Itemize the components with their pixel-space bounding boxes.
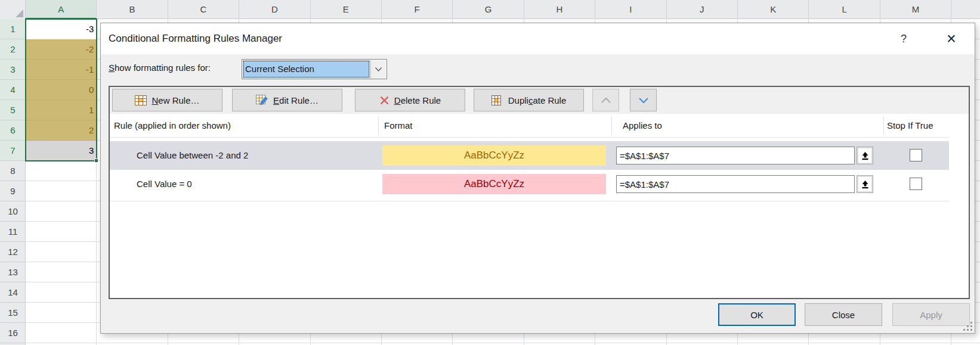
stop-if-true-checkbox[interactable] — [910, 149, 922, 161]
chevron-down-icon — [638, 97, 649, 104]
row-header-1[interactable]: 1 — [0, 19, 26, 39]
row-separator — [110, 201, 949, 201]
row-header-16[interactable]: 16 — [0, 323, 26, 343]
rule-list-header: Rule (applied in order shown) Format App… — [110, 114, 949, 138]
row-header-2[interactable]: 2 — [0, 39, 26, 60]
ok-button[interactable]: OK — [718, 303, 796, 326]
row-header-15[interactable]: 15 — [0, 303, 26, 323]
column-divider — [378, 117, 379, 135]
chevron-down-icon[interactable] — [370, 60, 386, 78]
column-header-B[interactable]: B — [97, 0, 168, 19]
dropdown-selected-value: Current Selection — [243, 60, 370, 78]
row-header-6[interactable]: 6 — [0, 120, 26, 141]
rule-description: Cell Value = 0 — [137, 170, 192, 198]
applies-to-input[interactable] — [616, 175, 855, 193]
range-select-arrow-icon — [861, 151, 869, 160]
row-header-10[interactable]: 10 — [0, 201, 26, 222]
table-icon — [491, 95, 503, 105]
show-rules-for-dropdown[interactable]: Current Selection — [242, 59, 387, 79]
dialog-title: Conditional Formatting Rules Manager — [109, 23, 282, 54]
fill-handle[interactable] — [94, 158, 98, 163]
range-select-arrow-icon — [861, 180, 869, 189]
delete-x-icon — [379, 95, 389, 105]
rule-list: Rule (applied in order shown) Format App… — [110, 114, 969, 298]
col-header-format: Format — [384, 114, 413, 138]
column-header-F[interactable]: F — [382, 0, 453, 19]
apply-button: Apply — [892, 303, 970, 326]
table-icon — [135, 95, 147, 105]
row-header-14[interactable]: 14 — [0, 282, 26, 303]
column-header-D[interactable]: D — [239, 0, 310, 19]
column-header-M[interactable]: M — [880, 0, 951, 19]
chevron-up-icon — [601, 97, 611, 104]
rule-description: Cell Value between -2 and 2 — [137, 141, 248, 170]
duplicate-rule-button[interactable]: Duplicate Rule — [474, 89, 584, 111]
collapse-dialog-button[interactable] — [857, 147, 873, 164]
rule-row-2[interactable]: Cell Value = 0 AaBbCcYyZz — [110, 170, 949, 198]
conditional-formatting-rules-manager-dialog: Conditional Formatting Rules Manager ? ×… — [100, 23, 975, 334]
selection-border — [25, 18, 97, 161]
delete-rule-label: Delete Rule — [394, 95, 441, 105]
row-header-4[interactable]: 4 — [0, 80, 26, 100]
rules-toolbar: New Rule… Edit Rule… Delete Rule Duplica… — [110, 87, 969, 114]
col-header-rule: Rule (applied in order shown) — [114, 114, 231, 138]
row-header-8[interactable]: 8 — [0, 161, 26, 181]
column-header-I[interactable]: I — [595, 0, 666, 19]
row-header-3[interactable]: 3 — [0, 60, 26, 80]
new-rule-label: New Rule… — [152, 95, 199, 105]
row-header-5[interactable]: 5 — [0, 100, 26, 120]
rules-panel: New Rule… Edit Rule… Delete Rule Duplica… — [109, 86, 970, 299]
resize-grip[interactable] — [963, 322, 972, 331]
row-header-11[interactable]: 11 — [0, 222, 26, 242]
duplicate-rule-label: Duplicate Rule — [508, 95, 567, 105]
col-header-stop-if-true: Stop If True — [887, 114, 933, 138]
col-header-applies-to: Applies to — [623, 114, 662, 138]
row-header-7[interactable]: 7 — [0, 141, 26, 161]
column-header-E[interactable]: E — [311, 0, 382, 19]
column-header-H[interactable]: H — [524, 0, 595, 19]
column-divider — [611, 117, 612, 135]
format-preview: AaBbCcYyZz — [382, 145, 606, 166]
new-rule-button[interactable]: New Rule… — [112, 89, 222, 111]
help-button[interactable]: ? — [894, 23, 913, 54]
collapse-dialog-button[interactable] — [857, 175, 873, 193]
delete-rule-button[interactable]: Delete Rule — [355, 89, 465, 111]
show-rules-for-label: Show formatting rules for: — [109, 63, 211, 73]
close-button[interactable]: Close — [805, 303, 882, 326]
close-icon[interactable]: × — [938, 23, 964, 54]
column-header-K[interactable]: K — [738, 0, 809, 19]
select-all-corner[interactable] — [0, 0, 26, 19]
column-header-G[interactable]: G — [453, 0, 524, 19]
format-preview: AaBbCcYyZz — [382, 174, 606, 194]
edit-rule-button[interactable]: Edit Rule… — [232, 89, 342, 111]
column-header-L[interactable]: L — [809, 0, 880, 19]
stop-if-true-checkbox[interactable] — [910, 178, 922, 190]
dialog-titlebar[interactable]: Conditional Formatting Rules Manager ? × — [101, 23, 975, 54]
edit-pencil-icon — [256, 95, 268, 105]
column-divider — [883, 117, 884, 135]
applies-to-input[interactable] — [616, 147, 855, 164]
column-header-J[interactable]: J — [667, 0, 738, 19]
column-header-C[interactable]: C — [168, 0, 239, 19]
move-rule-up-button — [592, 89, 619, 111]
row-header-9[interactable]: 9 — [0, 181, 26, 201]
edit-rule-label: Edit Rule… — [273, 95, 319, 105]
column-header-A[interactable]: A — [26, 0, 97, 19]
row-header-12[interactable]: 12 — [0, 242, 26, 262]
rule-row-1[interactable]: Cell Value between -2 and 2 AaBbCcYyZz — [110, 141, 949, 170]
row-header-13[interactable]: 13 — [0, 262, 26, 282]
move-rule-down-button[interactable] — [630, 89, 657, 111]
